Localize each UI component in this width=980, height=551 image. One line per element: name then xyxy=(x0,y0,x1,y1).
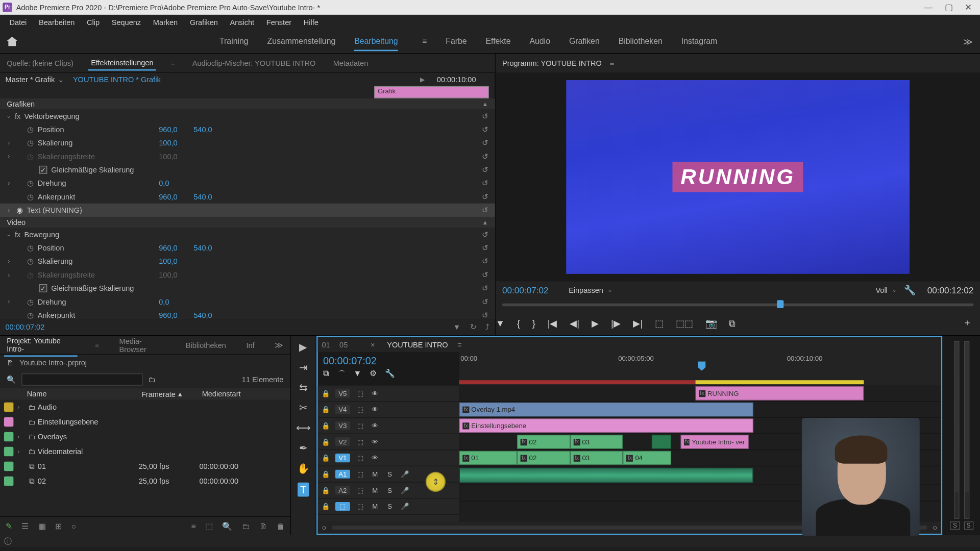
clip-running[interactable]: fxRUNNING xyxy=(695,386,864,400)
position-x-value[interactable]: 960,0 xyxy=(159,125,177,133)
settings-icon[interactable]: ⚙ xyxy=(370,369,377,380)
tab-projekt[interactable]: Projekt: Youtube Intro- xyxy=(4,334,78,357)
tab-bibliotheken[interactable]: Bibliotheken xyxy=(183,338,229,352)
pen-tool-icon[interactable]: ✒ xyxy=(299,442,308,455)
workspace-overflow-icon[interactable]: ≫ xyxy=(963,36,973,47)
add-button-icon[interactable]: ＋ xyxy=(963,317,972,329)
workspace-instagram[interactable]: Instagram xyxy=(681,32,717,51)
home-icon[interactable] xyxy=(7,37,17,46)
scrubber-handle[interactable] xyxy=(777,300,783,308)
step-back-icon[interactable]: ◀| xyxy=(570,318,579,329)
collapse-icon[interactable]: ▲ xyxy=(482,219,488,226)
timeline-timecode[interactable]: 00:00:07:02 xyxy=(323,355,454,366)
selection-tool-icon[interactable]: ▶ xyxy=(299,341,307,354)
fx-badge-icon[interactable]: fx xyxy=(15,230,24,238)
in-point-icon[interactable]: { xyxy=(517,318,520,329)
go-to-out-icon[interactable]: ▶| xyxy=(633,318,643,329)
hand-tool-icon[interactable]: ✋ xyxy=(297,462,310,474)
slip-tool-icon[interactable]: ⟷ xyxy=(296,422,311,434)
trash-icon[interactable]: 🗑 xyxy=(277,521,285,531)
marker-add-icon[interactable]: ▼ xyxy=(353,369,361,380)
sort-icon[interactable]: ≡ xyxy=(191,521,196,531)
pencil-icon[interactable]: ✎ xyxy=(6,521,12,531)
wrench-icon[interactable]: 🔧 xyxy=(385,369,395,380)
stopwatch-icon[interactable]: ◷ xyxy=(27,125,38,134)
minimize-button[interactable]: — xyxy=(924,2,933,12)
workspace-menu-icon[interactable]: ≡ xyxy=(422,32,427,51)
position-y-value[interactable]: 540,0 xyxy=(193,125,212,133)
section-video[interactable]: Video ▲ xyxy=(0,217,495,228)
section-grafiken[interactable]: Grafiken ▲ xyxy=(0,98,495,109)
reset-icon[interactable]: ↺ xyxy=(482,206,488,214)
tab-inf[interactable]: Inf xyxy=(243,338,257,352)
project-row[interactable]: ›🗀Overlays xyxy=(0,430,290,444)
track-header-v4[interactable]: 🔒V4⬚👁 xyxy=(318,402,459,418)
info-icon[interactable]: ⓘ xyxy=(4,536,12,546)
effect-vektorbewegung[interactable]: Vektorbewegung xyxy=(24,112,145,120)
reset-icon[interactable]: ↺ xyxy=(482,230,488,238)
header-medienstart[interactable]: Medienstart xyxy=(202,390,290,398)
menu-clip[interactable]: Clip xyxy=(81,16,105,29)
bin-icon[interactable]: 🗀 xyxy=(148,375,156,384)
filter-icon[interactable]: ▼ xyxy=(453,322,460,331)
wrench-icon[interactable]: 🔧 xyxy=(904,285,915,295)
effect-footer-timecode[interactable]: 00:00:07:02 xyxy=(6,323,45,331)
comparison-icon[interactable]: ⧉ xyxy=(729,317,736,329)
track-header-v3[interactable]: 🔒V3⬚👁 xyxy=(318,418,459,434)
reset-icon[interactable]: ↺ xyxy=(482,111,488,120)
panel-menu-icon[interactable]: ≡ xyxy=(168,57,178,69)
clip-03[interactable]: fx03 xyxy=(570,451,623,465)
fit-dropdown[interactable]: Einpassen⌄ xyxy=(569,286,612,294)
track-header-a1[interactable]: 🔒A1⬚MS🎤 xyxy=(318,466,459,483)
snap-icon[interactable]: ⧉ xyxy=(323,369,329,380)
track-header-v5[interactable]: 🔒V5⬚👁 xyxy=(318,386,459,402)
workspace-grafiken[interactable]: Grafiken xyxy=(569,32,600,51)
reset-icon[interactable]: ↺ xyxy=(482,243,488,252)
menu-hilfe[interactable]: Hilfe xyxy=(298,16,324,29)
reset-icon[interactable]: ↺ xyxy=(482,257,488,265)
header-name[interactable]: Name xyxy=(0,390,141,398)
clip-04[interactable]: fx04 xyxy=(623,451,671,465)
fx-badge-icon[interactable]: fx xyxy=(15,112,24,120)
track-header-a2[interactable]: 🔒A2⬚MS🎤 xyxy=(318,483,459,499)
export-icon[interactable]: ⤴ xyxy=(485,322,489,331)
out-point-icon[interactable]: } xyxy=(532,318,535,329)
uniform-scale-checkbox[interactable] xyxy=(39,284,47,292)
quality-dropdown[interactable]: Voll⌄ xyxy=(875,286,897,294)
effect-text-running[interactable]: Text (RUNNING) xyxy=(27,206,148,214)
reset-icon[interactable]: ↺ xyxy=(482,192,488,201)
program-timecode-left[interactable]: 00:00:07:02 xyxy=(502,285,549,295)
link-icon[interactable]: ⌒ xyxy=(337,369,346,380)
menu-datei[interactable]: Datei xyxy=(4,16,32,29)
clip-03[interactable]: fx03 xyxy=(570,435,623,449)
zoom-slider-icon[interactable]: ○ xyxy=(71,521,77,531)
solo-right[interactable]: S xyxy=(964,521,973,530)
playhead[interactable] xyxy=(698,361,706,370)
stopwatch-icon[interactable]: ◷ xyxy=(27,138,38,147)
program-viewport[interactable]: RUNNING xyxy=(566,80,910,274)
track-header-a3[interactable]: 🔒⬚⬚MS🎤 xyxy=(318,498,459,515)
menu-sequenz[interactable]: Sequenz xyxy=(106,16,146,29)
play-button[interactable]: ▶ xyxy=(592,318,599,329)
workspace-effekte[interactable]: Effekte xyxy=(486,32,511,51)
solo-left[interactable]: S xyxy=(950,521,960,530)
new-item-icon[interactable]: 🗎 xyxy=(259,521,267,531)
project-row[interactable]: 🗀Einstellungsebene xyxy=(0,415,290,430)
tab-metadaten[interactable]: Metadaten xyxy=(330,56,371,69)
mute-icon[interactable]: M xyxy=(370,470,379,478)
clip-02[interactable]: fx02 xyxy=(517,435,570,449)
clip-02[interactable]: fx02 xyxy=(517,451,570,465)
project-search-input[interactable] xyxy=(21,373,142,386)
menu-marken[interactable]: Marken xyxy=(148,16,183,29)
export-frame-icon[interactable]: 📷 xyxy=(705,318,717,329)
project-row[interactable]: ›🗀Audio xyxy=(0,399,290,414)
chevron-down-icon[interactable]: ⌄ xyxy=(58,75,64,84)
eye-icon[interactable]: 👁 xyxy=(370,390,379,397)
reset-icon[interactable]: ↺ xyxy=(482,270,488,279)
menu-bearbeiten[interactable]: Bearbeiten xyxy=(34,16,80,29)
ripple-edit-tool-icon[interactable]: ⇆ xyxy=(299,382,308,394)
tab-close-icon[interactable]: × xyxy=(371,340,375,348)
reset-icon[interactable]: ↺ xyxy=(482,297,488,306)
play-only-icon[interactable]: ▶ xyxy=(420,76,425,83)
reset-icon[interactable]: ↺ xyxy=(482,138,488,147)
